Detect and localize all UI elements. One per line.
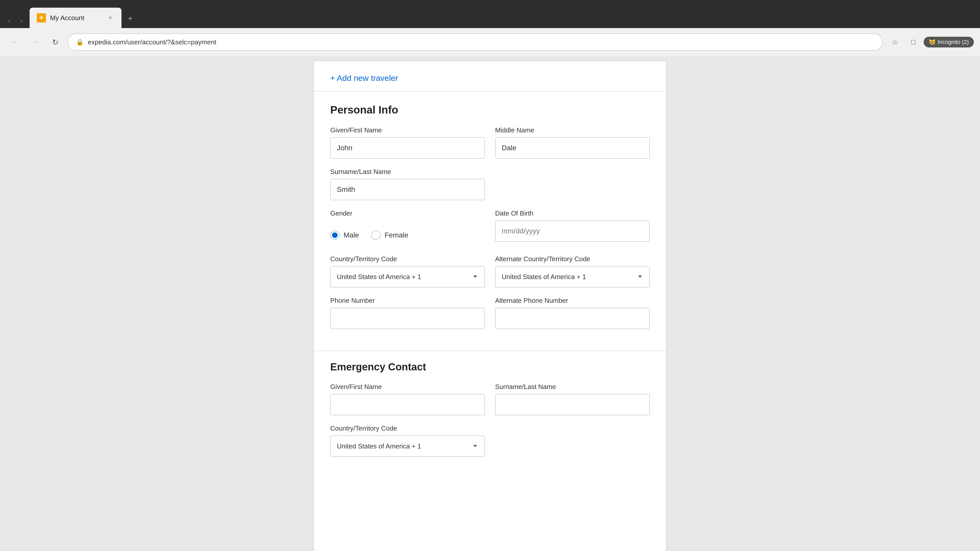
tab-bar: ‹ › ✈ My Account × + <box>0 0 980 28</box>
alt-country-code-group: Alternate Country/Territory Code United … <box>495 255 650 287</box>
incognito-icon: 😿 <box>929 39 935 45</box>
toolbar-icons: ☆ □ 😿 Incognito (2) <box>887 34 974 50</box>
address-text: expedia.com/user/account/?&selc=payment <box>88 38 874 46</box>
gender-options: Male Female <box>330 224 485 246</box>
country-code-row: Country/Territory Code United States of … <box>330 255 650 287</box>
emergency-contact-title: Emergency Contact <box>330 361 650 373</box>
country-code-select[interactable]: United States of America + 1 <box>330 266 485 287</box>
emergency-last-name-label: Surname/Last Name <box>495 383 650 391</box>
name-row: Given/First Name Middle Name <box>330 126 650 159</box>
dob-group: Date Of Birth <box>495 210 650 242</box>
address-bar[interactable]: 🔒 expedia.com/user/account/?&selc=paymen… <box>67 33 883 51</box>
emergency-last-name-group: Surname/Last Name <box>495 383 650 415</box>
main-card: + Add new traveler Personal Info Given/F… <box>314 61 666 551</box>
personal-info-section: Personal Info Given/First Name Middle Na… <box>314 92 666 351</box>
alt-phone-label: Alternate Phone Number <box>495 297 650 305</box>
alt-country-code-label: Alternate Country/Territory Code <box>495 255 650 263</box>
bookmark-button[interactable]: ☆ <box>887 34 903 50</box>
alt-phone-input[interactable] <box>495 308 650 329</box>
lock-icon: 🔒 <box>76 38 84 46</box>
gender-male-label: Male <box>344 231 359 239</box>
phone-group: Phone Number <box>330 297 485 329</box>
new-tab-button[interactable]: + <box>123 11 138 26</box>
incognito-label: Incognito (2) <box>938 39 969 45</box>
browser-chrome: ‹ › ✈ My Account × + ← → ↻ 🔒 expedia.com… <box>0 0 980 56</box>
middle-name-label: Middle Name <box>495 126 650 134</box>
tab-nav-buttons: ‹ › <box>4 16 27 26</box>
gender-female-radio[interactable] <box>371 230 380 240</box>
add-traveler-link[interactable]: + Add new traveler <box>314 61 666 92</box>
gender-male-option[interactable]: Male <box>330 230 359 240</box>
last-name-group: Surname/Last Name <box>330 168 485 200</box>
personal-info-title: Personal Info <box>330 104 650 116</box>
emergency-first-name-label: Given/First Name <box>330 383 485 391</box>
emergency-country-spacer <box>495 424 650 457</box>
country-code-group: Country/Territory Code United States of … <box>330 255 485 287</box>
middle-name-group: Middle Name <box>495 126 650 159</box>
tab-close-button[interactable]: × <box>106 14 115 22</box>
tab-title: My Account <box>50 14 84 22</box>
phone-input[interactable] <box>330 308 485 329</box>
dob-label: Date Of Birth <box>495 210 650 218</box>
incognito-badge: 😿 Incognito (2) <box>924 37 974 48</box>
lastname-row: Surname/Last Name <box>330 168 650 200</box>
gender-label: Gender <box>330 210 485 218</box>
first-name-group: Given/First Name <box>330 126 485 159</box>
gender-female-label: Female <box>385 231 408 239</box>
gender-group: Gender Male Female <box>330 210 485 246</box>
phone-row: Phone Number Alternate Phone Number <box>330 297 650 329</box>
emergency-country-row: Country/Territory Code United States of … <box>330 424 650 457</box>
alt-phone-group: Alternate Phone Number <box>495 297 650 329</box>
emergency-first-name-input[interactable] <box>330 394 485 415</box>
emergency-country-code-label: Country/Territory Code <box>330 424 485 432</box>
tab-nav-prev[interactable]: ‹ <box>4 16 14 26</box>
emergency-country-code-select[interactable]: United States of America + 1 <box>330 435 485 457</box>
refresh-button[interactable]: ↻ <box>47 34 63 50</box>
page-content: + Add new traveler Personal Info Given/F… <box>0 56 980 551</box>
active-tab[interactable]: ✈ My Account × <box>30 8 121 28</box>
emergency-country-code-group: Country/Territory Code United States of … <box>330 424 485 457</box>
emergency-last-name-input[interactable] <box>495 394 650 415</box>
first-name-input[interactable] <box>330 137 485 159</box>
last-name-spacer <box>495 168 650 200</box>
phone-label: Phone Number <box>330 297 485 305</box>
country-code-label: Country/Territory Code <box>330 255 485 263</box>
alt-country-code-select[interactable]: United States of America + 1 <box>495 266 650 287</box>
address-bar-row: ← → ↻ 🔒 expedia.com/user/account/?&selc=… <box>0 28 980 56</box>
gender-dob-row: Gender Male Female Date Of Birth <box>330 210 650 246</box>
emergency-name-row: Given/First Name Surname/Last Name <box>330 383 650 415</box>
middle-name-input[interactable] <box>495 137 650 159</box>
last-name-input[interactable] <box>330 179 485 200</box>
tab-favicon: ✈ <box>37 13 46 22</box>
last-name-label: Surname/Last Name <box>330 168 485 176</box>
tab-nav-next[interactable]: › <box>16 16 27 26</box>
gender-female-option[interactable]: Female <box>371 230 408 240</box>
split-view-button[interactable]: □ <box>905 34 921 50</box>
back-button[interactable]: ← <box>6 34 22 50</box>
first-name-label: Given/First Name <box>330 126 485 134</box>
emergency-first-name-group: Given/First Name <box>330 383 485 415</box>
emergency-contact-section: Emergency Contact Given/First Name Surna… <box>314 351 666 478</box>
dob-input[interactable] <box>495 221 650 242</box>
gender-male-radio[interactable] <box>330 230 339 240</box>
forward-button[interactable]: → <box>27 34 43 50</box>
